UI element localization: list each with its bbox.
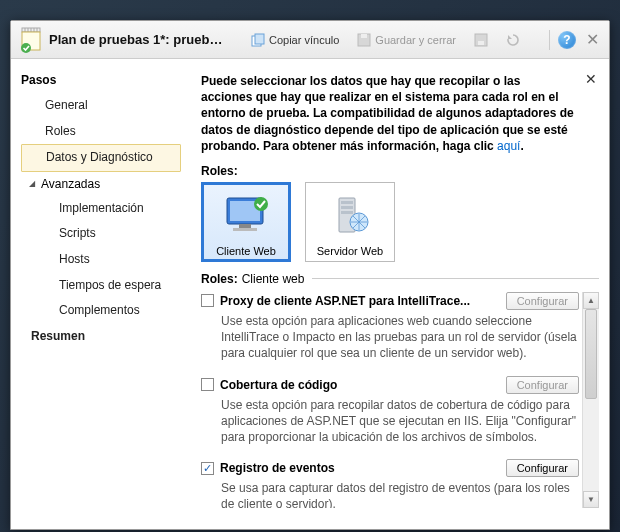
dialog-window: Plan de pruebas 1*: pruebas... Copiar ví… (10, 20, 610, 530)
close-panel-button[interactable]: ✕ (585, 71, 597, 87)
sidebar-item-scripts[interactable]: Scripts (21, 221, 181, 247)
sidebar-item-implementacion[interactable]: Implementación (21, 196, 181, 222)
adapter-checkbox[interactable] (201, 378, 214, 391)
svg-rect-21 (341, 206, 353, 209)
adapter-desc: Use esta opción para recopilar datos de … (201, 397, 579, 446)
sidebar-item-general[interactable]: General (21, 93, 181, 119)
sidebar-item-avanzadas[interactable]: ◢ Avanzadas (21, 172, 181, 196)
save-button[interactable] (468, 31, 494, 49)
save-close-button[interactable]: Guardar y cerrar (351, 31, 462, 49)
intro-text: Puede seleccionar los datos que hay que … (201, 73, 599, 154)
dialog-title: Plan de pruebas 1*: pruebas... (49, 32, 229, 47)
sidebar: Pasos General Roles Datos y Diagnóstico … (11, 59, 191, 529)
adapters-list: Proxy de cliente ASP.NET para IntelliTra… (201, 292, 599, 508)
role-tile-client[interactable]: Cliente Web (201, 182, 291, 262)
sidebar-item-complementos[interactable]: Complementos (21, 298, 181, 324)
scroll-down-button[interactable]: ▼ (583, 491, 599, 508)
configure-button[interactable]: Configurar (506, 459, 579, 477)
scrollbar[interactable]: ▲ ▼ (582, 292, 599, 508)
refresh-icon (506, 33, 520, 47)
adapter-name: Registro de eventos (220, 461, 500, 475)
configure-button[interactable]: Configurar (506, 376, 579, 394)
role-tile-label: Cliente Web (216, 245, 276, 257)
chevron-down-icon: ◢ (29, 179, 35, 188)
adapter-item: Cobertura de código Configurar Use esta … (201, 376, 579, 446)
main-panel: ✕ Puede seleccionar los datos que hay qu… (191, 59, 609, 529)
sidebar-item-roles[interactable]: Roles (21, 119, 181, 145)
save-icon (357, 33, 371, 47)
adapter-name: Cobertura de código (220, 378, 500, 392)
role-tile-label: Servidor Web (317, 245, 383, 257)
svg-rect-13 (478, 41, 484, 45)
server-icon (325, 189, 375, 243)
adapter-desc: Use esta opción para aplicaciones web cu… (201, 313, 579, 362)
svg-rect-9 (255, 34, 264, 44)
scroll-up-button[interactable]: ▲ (583, 292, 599, 309)
adapter-item: Proxy de cliente ASP.NET para IntelliTra… (201, 292, 579, 362)
plan-icon (19, 26, 43, 54)
scroll-thumb[interactable] (585, 309, 597, 399)
adapter-checkbox[interactable] (201, 294, 214, 307)
copy-icon (251, 33, 265, 47)
svg-rect-17 (233, 228, 257, 231)
intro-link[interactable]: aquí (497, 139, 520, 153)
svg-rect-22 (341, 211, 353, 214)
sidebar-item-datos[interactable]: Datos y Diagnóstico (21, 144, 181, 172)
svg-rect-16 (239, 224, 251, 228)
sidebar-item-resumen[interactable]: Resumen (21, 324, 181, 350)
sidebar-heading: Pasos (21, 73, 181, 87)
adapter-desc: Se usa para capturar datos del registro … (201, 480, 579, 508)
configure-button[interactable]: Configurar (506, 292, 579, 310)
separator (549, 30, 550, 50)
copy-link-button[interactable]: Copiar vínculo (245, 31, 345, 49)
close-button[interactable]: ✕ (584, 30, 601, 49)
svg-rect-20 (341, 201, 353, 204)
help-button[interactable]: ? (558, 31, 576, 49)
sidebar-item-hosts[interactable]: Hosts (21, 247, 181, 273)
diskette-icon (474, 33, 488, 47)
svg-point-18 (254, 197, 268, 211)
adapter-item: Registro de eventos Configurar Se usa pa… (201, 459, 579, 508)
svg-rect-11 (361, 34, 367, 38)
sidebar-item-tiempos[interactable]: Tiempos de espera (21, 273, 181, 299)
titlebar: Plan de pruebas 1*: pruebas... Copiar ví… (11, 21, 609, 59)
adapter-name: Proxy de cliente ASP.NET para IntelliTra… (220, 294, 500, 308)
roles-subheading: Roles: Cliente web (201, 272, 599, 286)
svg-point-7 (21, 43, 31, 53)
roles-label: Roles: (201, 164, 599, 178)
role-tile-server[interactable]: Servidor Web (305, 182, 395, 262)
adapter-checkbox[interactable] (201, 462, 214, 475)
monitor-icon (221, 189, 271, 243)
refresh-button[interactable] (500, 31, 526, 49)
